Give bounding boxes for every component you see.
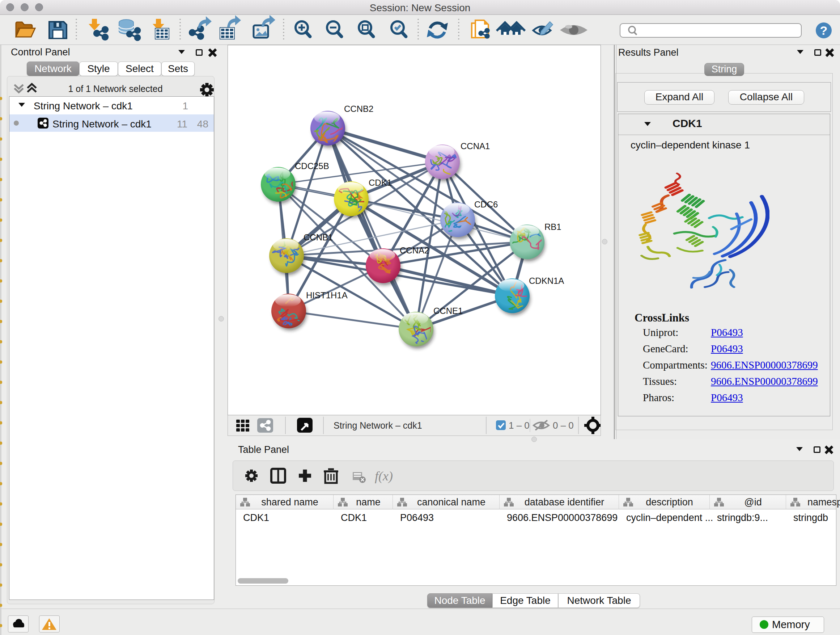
svg-text:CDKN1A: CDKN1A xyxy=(529,276,564,286)
svg-text:RB1: RB1 xyxy=(545,222,561,232)
svg-text:1 – 0: 1 – 0 xyxy=(508,420,530,431)
svg-text:CDK1: CDK1 xyxy=(369,178,392,187)
svg-text:?: ? xyxy=(820,24,828,37)
svg-text:CDC6: CDC6 xyxy=(474,200,498,209)
svg-text:0 – 0: 0 – 0 xyxy=(553,420,574,431)
svg-text:HIST1H1A: HIST1H1A xyxy=(306,290,347,300)
svg-text:CCNB1: CCNB1 xyxy=(303,233,333,242)
svg-text:CDC25B: CDC25B xyxy=(295,161,329,171)
svg-text:CCNB2: CCNB2 xyxy=(344,104,373,114)
svg-text:String Network – cdk1: String Network – cdk1 xyxy=(333,420,422,431)
svg-text:CCNA1: CCNA1 xyxy=(461,141,490,151)
svg-text:CCNA2: CCNA2 xyxy=(400,245,429,255)
svg-text:f(x): f(x) xyxy=(375,469,393,483)
svg-text:CCNE1: CCNE1 xyxy=(433,306,463,316)
